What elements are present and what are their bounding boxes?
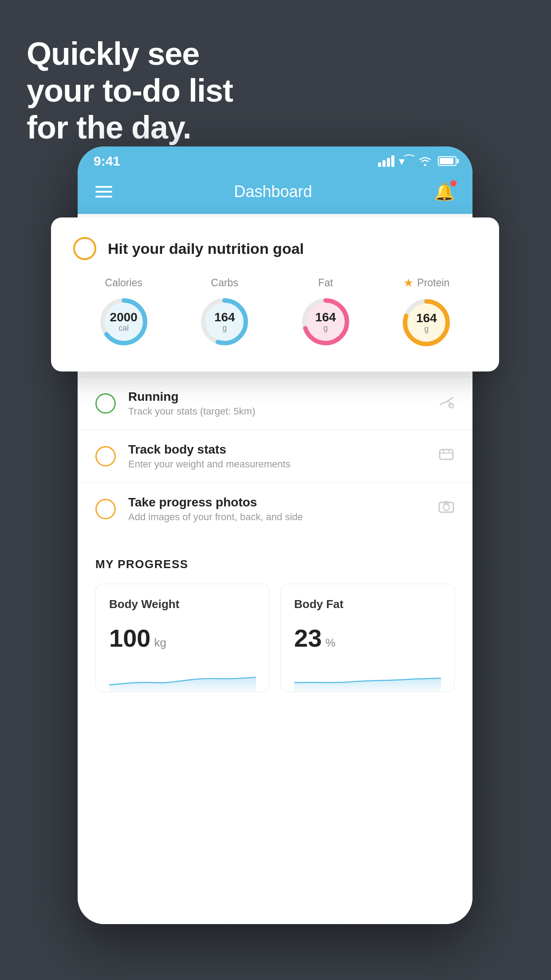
todo-title-photos: Take progress photos bbox=[128, 495, 425, 510]
todo-item-body-stats[interactable]: Track body stats Enter your weight and m… bbox=[78, 430, 472, 482]
nutrition-item-carbs: Carbs 164 g bbox=[198, 277, 251, 348]
body-weight-value-row: 100 kg bbox=[109, 624, 256, 652]
todo-subtitle-body-stats: Enter your weight and measurements bbox=[128, 458, 425, 470]
signal-icon bbox=[378, 155, 394, 167]
nutrition-label-carbs: Carbs bbox=[211, 277, 238, 289]
body-weight-card[interactable]: Body Weight 100 kg bbox=[95, 584, 270, 692]
nutrition-card: Hit your daily nutrition goal Calories 2… bbox=[51, 217, 499, 371]
donut-text: 164 g bbox=[214, 311, 235, 333]
body-fat-value: 23 bbox=[294, 624, 322, 652]
body-weight-title: Body Weight bbox=[109, 597, 256, 611]
donut-protein: 164 g bbox=[400, 296, 453, 349]
status-bar: 9:41 ▾⁀ bbox=[78, 146, 472, 173]
app-header: Dashboard 🔔 bbox=[78, 173, 472, 214]
donut-calories: 2000 cal bbox=[97, 295, 150, 348]
progress-section: MY PROGRESS Body Weight 100 kg bbox=[78, 535, 472, 710]
battery-icon bbox=[438, 156, 457, 166]
card-title: Hit your daily nutrition goal bbox=[108, 240, 304, 257]
menu-button[interactable] bbox=[95, 186, 112, 198]
todo-title-running: Running bbox=[128, 390, 425, 404]
nutrition-label-protein: ★Protein bbox=[403, 276, 449, 290]
todo-content-photos: Take progress photos Add images of your … bbox=[128, 495, 425, 523]
todo-icon-body-stats bbox=[438, 447, 455, 466]
body-fat-title: Body Fat bbox=[294, 597, 441, 611]
body-weight-value: 100 bbox=[109, 624, 150, 652]
nutrition-circles: Calories 2000 cal Carbs 164 g Fat 164 g bbox=[73, 276, 477, 349]
progress-cards: Body Weight 100 kg bbox=[95, 584, 455, 692]
body-weight-chart bbox=[109, 665, 256, 692]
donut-fat: 164 g bbox=[299, 295, 352, 348]
body-fat-value-row: 23 % bbox=[294, 624, 441, 652]
todo-item-photos[interactable]: Take progress photos Add images of your … bbox=[78, 482, 472, 535]
donut-text: 164 g bbox=[315, 311, 336, 333]
wifi-icon: ▾⁀ bbox=[399, 154, 414, 168]
status-time: 9:41 bbox=[94, 154, 120, 169]
todo-circle-running bbox=[95, 393, 116, 414]
body-fat-unit: % bbox=[325, 636, 335, 650]
todo-icon-running bbox=[438, 395, 455, 412]
hero-text: Quickly see your to-do list for the day. bbox=[27, 36, 233, 146]
todo-icon-photos bbox=[438, 500, 455, 518]
todo-subtitle-running: Track your stats (target: 5km) bbox=[128, 406, 425, 417]
notification-dot bbox=[450, 180, 457, 186]
star-icon: ★ bbox=[403, 276, 413, 290]
svg-point-3 bbox=[443, 504, 449, 510]
progress-header: MY PROGRESS bbox=[95, 557, 455, 571]
body-fat-card[interactable]: Body Fat 23 % bbox=[280, 584, 455, 692]
todo-content-body-stats: Track body stats Enter your weight and m… bbox=[128, 443, 425, 470]
hero-line3: for the day. bbox=[27, 109, 233, 146]
body-fat-chart bbox=[294, 665, 441, 692]
card-title-row: Hit your daily nutrition goal bbox=[73, 237, 477, 260]
body-weight-unit: kg bbox=[154, 636, 166, 650]
hero-line1: Quickly see bbox=[27, 36, 233, 72]
svg-rect-1 bbox=[440, 450, 453, 459]
nutrition-label-fat: Fat bbox=[318, 277, 333, 289]
donut-carbs: 164 g bbox=[198, 295, 251, 348]
todo-circle-photos bbox=[95, 499, 116, 519]
card-circle-check[interactable] bbox=[73, 237, 96, 260]
todo-circle-body-stats bbox=[95, 446, 116, 466]
nutrition-item-fat: Fat 164 g bbox=[299, 277, 352, 348]
status-icons: ▾⁀ bbox=[378, 154, 457, 168]
wifi-icon-svg bbox=[418, 156, 432, 166]
notification-button[interactable]: 🔔 bbox=[434, 182, 455, 202]
hero-line2: your to-do list bbox=[27, 72, 233, 109]
todo-title-body-stats: Track body stats bbox=[128, 443, 425, 457]
app-title: Dashboard bbox=[234, 182, 312, 201]
todo-item-running[interactable]: Running Track your stats (target: 5km) bbox=[78, 377, 472, 430]
donut-text: 2000 cal bbox=[110, 311, 138, 333]
nutrition-label-calories: Calories bbox=[105, 277, 142, 289]
todo-subtitle-photos: Add images of your front, back, and side bbox=[128, 511, 425, 523]
donut-text: 164 g bbox=[416, 312, 437, 334]
todo-content-running: Running Track your stats (target: 5km) bbox=[128, 390, 425, 417]
nutrition-item-calories: Calories 2000 cal bbox=[97, 277, 150, 348]
nutrition-item-protein: ★Protein 164 g bbox=[400, 276, 453, 349]
